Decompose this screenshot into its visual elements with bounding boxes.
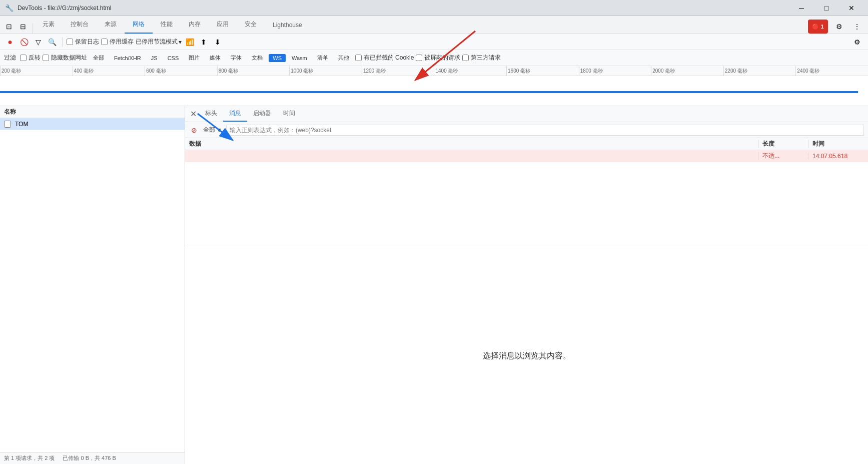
message-detail-empty-text: 选择消息以浏览其内容。 <box>483 351 571 361</box>
detail-tab-messages[interactable]: 消息 <box>223 106 247 122</box>
chip-ws[interactable]: WS <box>269 54 286 62</box>
tab-console[interactable]: 控制台 <box>63 16 97 34</box>
throttle-dropdown[interactable]: 已停用节流模式 ▾ <box>136 38 182 46</box>
ruler-mark-10: 2200 毫秒 <box>723 66 796 76</box>
detail-tab-initiator[interactable]: 启动器 <box>247 106 277 122</box>
ruler-mark-4: 1000 毫秒 <box>289 66 362 76</box>
filter-label: 过滤 <box>4 54 16 62</box>
filter-icon: ▽ <box>36 38 41 46</box>
blocked-requests-label[interactable]: 被屏蔽的请求 <box>416 54 460 62</box>
chip-js[interactable]: JS <box>147 54 162 62</box>
chip-all[interactable]: 全部 <box>89 53 108 63</box>
ruler-mark-11: 2400 毫秒 <box>795 66 868 76</box>
clear-button[interactable]: 🚫 <box>18 36 30 48</box>
message-time-0: 14:07:05.618 <box>808 153 868 160</box>
col-header-data: 数据 <box>185 140 758 148</box>
inspect-icon-button[interactable]: ⊡ <box>2 20 16 34</box>
settings-icon-button[interactable]: ⚙ <box>832 20 846 34</box>
wifi-icon: 📶 <box>186 38 194 46</box>
chip-manifest[interactable]: 清单 <box>313 53 332 63</box>
detail-tab-headers[interactable]: 标头 <box>199 106 223 122</box>
filter-icon-button[interactable]: ▽ <box>32 36 44 48</box>
chip-wasm[interactable]: Wasm <box>288 54 311 62</box>
message-filter-dropdown[interactable]: 全部 ▼ <box>203 126 222 134</box>
download-icon-button[interactable]: ⬇ <box>212 36 224 48</box>
col-header-time: 时间 <box>808 140 868 148</box>
upload-icon-button[interactable]: ⬆ <box>198 36 210 48</box>
status-bar: 第 1 项请求，共 2 项 已传输 0 B，共 476 B <box>0 452 185 464</box>
minimize-button[interactable]: ─ <box>790 0 813 16</box>
tab-memory[interactable]: 内存 <box>181 16 209 34</box>
col-header-length: 长度 <box>758 140 808 148</box>
third-party-label[interactable]: 第三方请求 <box>462 54 501 62</box>
search-icon: 🔍 <box>48 38 57 46</box>
tab-sources[interactable]: 来源 <box>97 16 125 34</box>
record-button[interactable]: ● <box>4 36 16 48</box>
request-item-checkbox-tom[interactable] <box>4 121 11 128</box>
request-count: 第 1 项请求，共 2 项 <box>4 454 55 462</box>
ruler-mark-0: 200 毫秒 <box>0 66 73 76</box>
hide-urls-checkbox[interactable] <box>43 55 49 61</box>
request-item-name-tom: TOM <box>15 121 28 128</box>
chip-fetch-xhr[interactable]: Fetch/XHR <box>110 54 145 62</box>
tab-network[interactable]: 网络 <box>125 16 153 34</box>
third-party-checkbox[interactable] <box>462 55 469 61</box>
chip-doc[interactable]: 文档 <box>248 53 267 63</box>
message-row-0[interactable]: 不适... 14:07:05.618 <box>185 150 868 162</box>
message-filter-input[interactable] <box>226 125 864 136</box>
tab-lighthouse[interactable]: Lighthouse <box>265 18 310 34</box>
chip-other[interactable]: 其他 <box>334 53 353 63</box>
chip-img[interactable]: 图片 <box>185 53 204 63</box>
timeline-bar <box>0 91 858 93</box>
message-filter-arrow-icon: ▼ <box>216 127 222 134</box>
network-settings-button[interactable]: ⚙ <box>850 35 864 49</box>
disable-cache-checkbox[interactable] <box>101 39 108 45</box>
tab-application[interactable]: 应用 <box>209 16 237 34</box>
request-item-tom[interactable]: TOM <box>0 118 185 130</box>
message-detail-panel: 选择消息以浏览其内容。 <box>185 248 868 464</box>
blocked-requests-checkbox[interactable] <box>416 55 422 61</box>
detail-tab-timing[interactable]: 时间 <box>277 106 301 122</box>
message-length-0: 不适... <box>758 152 808 160</box>
reverse-filter-checkbox[interactable] <box>20 55 27 61</box>
tab-elements[interactable]: 元素 <box>35 16 63 34</box>
close-detail-button[interactable]: ✕ <box>187 108 199 120</box>
devtools-icon: 🔧 <box>5 4 14 12</box>
request-list-header: 名称 <box>4 108 16 116</box>
download-icon: ⬇ <box>215 38 221 46</box>
reverse-filter-label[interactable]: 反转 <box>20 54 41 62</box>
wifi-icon-button[interactable]: 📶 <box>184 36 196 48</box>
transferred-info: 已传输 0 B，共 476 B <box>63 454 116 462</box>
preserve-log-label[interactable]: 保留日志 <box>67 38 99 46</box>
close-button[interactable]: ✕ <box>840 0 863 16</box>
ruler-mark-9: 2000 毫秒 <box>651 66 723 76</box>
preserve-log-checkbox[interactable] <box>67 39 73 45</box>
ruler-mark-7: 1600 毫秒 <box>506 66 579 76</box>
ruler-mark-6: 1400 毫秒 <box>434 66 506 76</box>
upload-icon: ⬆ <box>201 38 207 46</box>
disable-cache-label[interactable]: 停用缓存 <box>101 38 134 46</box>
message-filter-label: 全部 <box>203 126 215 134</box>
tab-performance[interactable]: 性能 <box>153 16 181 34</box>
ruler-mark-2: 600 毫秒 <box>145 66 217 76</box>
chip-media[interactable]: 媒体 <box>206 53 225 63</box>
device-icon-button[interactable]: ⊟ <box>16 20 30 34</box>
search-icon-button[interactable]: 🔍 <box>46 36 58 48</box>
tab-security[interactable]: 安全 <box>237 16 265 34</box>
ruler-mark-1: 400 毫秒 <box>73 66 145 76</box>
ruler-mark-8: 1800 毫秒 <box>579 66 651 76</box>
error-badge-button[interactable]: 🔴 1 <box>808 20 828 34</box>
record-icon: ● <box>8 38 13 47</box>
chip-font[interactable]: 字体 <box>227 53 246 63</box>
maximize-button[interactable]: □ <box>815 0 838 16</box>
intercepted-cookie-label[interactable]: 有已拦截的 Cookie <box>355 54 414 62</box>
clear-icon: 🚫 <box>20 38 29 46</box>
chip-css[interactable]: CSS <box>164 54 183 62</box>
more-tools-icon-button[interactable]: ⋮ <box>850 20 864 34</box>
no-entry-icon: ⊘ <box>189 125 199 135</box>
timeline-graph[interactable] <box>0 76 868 106</box>
throttle-dropdown-icon: ▾ <box>179 39 182 46</box>
ruler-mark-5: 1200 毫秒 <box>362 66 434 76</box>
intercepted-cookie-checkbox[interactable] <box>355 55 362 61</box>
hide-urls-label[interactable]: 隐藏数据网址 <box>43 54 87 62</box>
